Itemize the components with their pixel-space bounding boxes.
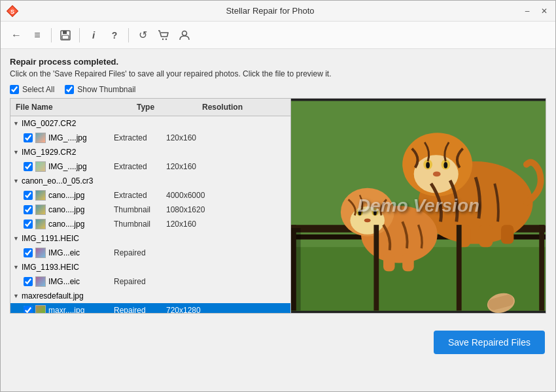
options-row: Select All Show Thumbnail: [10, 85, 546, 94]
show-thumbnail-label: Show Thumbnail: [77, 85, 135, 94]
svg-rect-5: [62, 35, 69, 39]
content-area: Repair process completed. Click on the '…: [1, 49, 555, 319]
group-name: IMG_1191.HEIC: [22, 234, 79, 243]
list-item[interactable]: cano....jpg Thumbnail 120x160: [10, 217, 290, 231]
svg-rect-36: [457, 225, 462, 310]
file-name: cano....jpg: [48, 191, 114, 200]
list-item[interactable]: IMG...eic Repaired: [10, 274, 290, 289]
svg-rect-32: [383, 253, 395, 271]
file-resolution: 120x160: [166, 220, 196, 229]
select-all-label: Select All: [22, 85, 54, 94]
rotate-button[interactable]: ↺: [133, 26, 152, 44]
preview-panel: Demo Version: [291, 98, 546, 314]
group-name: canon_eo...0_05.cr3: [22, 176, 93, 186]
save-toolbar-button[interactable]: [56, 26, 75, 44]
svg-rect-33: [402, 253, 414, 271]
minimize-button[interactable]: –: [521, 5, 533, 17]
file-type: Repaired: [114, 248, 166, 257]
group-row[interactable]: ▼ IMG_0027.CR2: [10, 116, 290, 131]
list-item[interactable]: cano....jpg Extracted 4000x6000: [10, 188, 290, 203]
list-item[interactable]: maxr....jpg Repaired 720x1280: [10, 303, 290, 313]
file-thumb-icon: [35, 219, 46, 229]
group-name: IMG_1929.CR2: [22, 148, 76, 157]
group-row[interactable]: ▼ canon_eo...0_05.cr3: [10, 174, 290, 188]
file-name: cano....jpg: [48, 220, 114, 229]
file-type: Extracted: [114, 191, 166, 200]
svg-rect-35: [374, 225, 379, 310]
group-name: IMG_0027.CR2: [22, 119, 76, 128]
file-type: Thumbnail: [114, 205, 166, 214]
list-item[interactable]: IMG...eic Repaired: [10, 246, 290, 260]
toolbar-sep-3: [128, 28, 129, 42]
file-checkbox[interactable]: [24, 162, 33, 171]
file-list-body[interactable]: ▼ IMG_0027.CR2 IMG_....jpg Extracted 120…: [10, 116, 290, 313]
group-name: maxresdefault.jpg: [22, 291, 84, 301]
user-icon: [179, 29, 190, 41]
file-name: IMG...eic: [48, 248, 114, 257]
file-checkbox[interactable]: [24, 277, 33, 286]
svg-point-20: [433, 171, 441, 176]
svg-rect-37: [539, 225, 544, 310]
help-button[interactable]: ?: [105, 26, 124, 44]
svg-point-8: [182, 31, 187, 35]
file-thumb-icon: [35, 204, 46, 215]
file-resolution: 120x160: [166, 133, 196, 142]
svg-point-6: [162, 38, 164, 39]
group-row[interactable]: ▼ IMG_1193.HEIC: [10, 260, 290, 274]
group-row[interactable]: ▼ maxresdefault.jpg: [10, 289, 290, 303]
expand-icon: ▼: [13, 264, 20, 270]
file-checkbox[interactable]: [24, 248, 33, 257]
file-thumb-icon: [35, 276, 46, 287]
svg-point-19: [443, 162, 447, 169]
help-icon: ?: [112, 30, 118, 41]
svg-point-18: [426, 162, 430, 169]
rotate-icon: ↺: [139, 29, 147, 41]
expand-icon: ▼: [13, 178, 20, 184]
file-type: Extracted: [114, 133, 166, 142]
info-button[interactable]: i: [84, 26, 103, 44]
window-title: Stellar Repair for Photo: [19, 6, 521, 16]
file-name: maxr....jpg: [48, 306, 114, 313]
group-row[interactable]: ▼ IMG_1191.HEIC: [10, 231, 290, 246]
select-all-checkbox[interactable]: [10, 85, 19, 94]
col-header-filename: File Name: [10, 101, 131, 113]
file-thumb-icon: [35, 248, 46, 258]
menu-button[interactable]: ≡: [28, 26, 46, 44]
back-button[interactable]: ←: [7, 26, 26, 44]
file-thumb-icon: [35, 133, 46, 143]
file-thumb-icon: [35, 190, 46, 201]
back-icon: ←: [11, 29, 22, 41]
cart-button[interactable]: [154, 26, 173, 44]
save-repaired-files-button[interactable]: Save Repaired Files: [434, 331, 545, 354]
list-item[interactable]: cano....jpg Thumbnail 1080x1620: [10, 203, 290, 217]
group-name: IMG_1193.HEIC: [22, 263, 79, 272]
select-all-option[interactable]: Select All: [10, 85, 54, 94]
user-button[interactable]: [175, 26, 194, 44]
group-row[interactable]: ▼ IMG_1929.CR2: [10, 145, 290, 159]
file-resolution: 4000x6000: [166, 191, 205, 200]
list-item[interactable]: IMG_....jpg Extracted 120x160: [10, 159, 290, 174]
preview-image: [291, 99, 546, 313]
file-checkbox[interactable]: [24, 205, 33, 214]
file-name: cano....jpg: [48, 205, 114, 214]
list-item[interactable]: IMG_....jpg Extracted 120x160: [10, 131, 290, 145]
svg-rect-23: [501, 225, 513, 244]
file-checkbox[interactable]: [24, 133, 33, 142]
toolbar-sep-2: [79, 28, 80, 42]
info-icon: i: [92, 29, 95, 41]
file-checkbox[interactable]: [24, 306, 33, 313]
file-name: IMG_....jpg: [48, 133, 114, 142]
svg-point-7: [165, 38, 167, 39]
file-checkbox[interactable]: [24, 220, 33, 229]
show-thumbnail-option[interactable]: Show Thumbnail: [65, 85, 135, 94]
file-checkbox[interactable]: [24, 191, 33, 200]
bottom-bar: Save Repaired Files: [1, 321, 555, 363]
svg-point-31: [364, 218, 371, 222]
close-button[interactable]: ✕: [538, 5, 550, 17]
svg-point-30: [374, 210, 377, 216]
title-bar: S Stellar Repair for Photo – ✕: [1, 1, 555, 22]
status-description: Click on the 'Save Repaired Files' to sa…: [10, 69, 546, 78]
show-thumbnail-checkbox[interactable]: [65, 85, 74, 94]
expand-icon: ▼: [13, 149, 20, 155]
toolbar: ← ≡ i ? ↺: [1, 22, 555, 49]
